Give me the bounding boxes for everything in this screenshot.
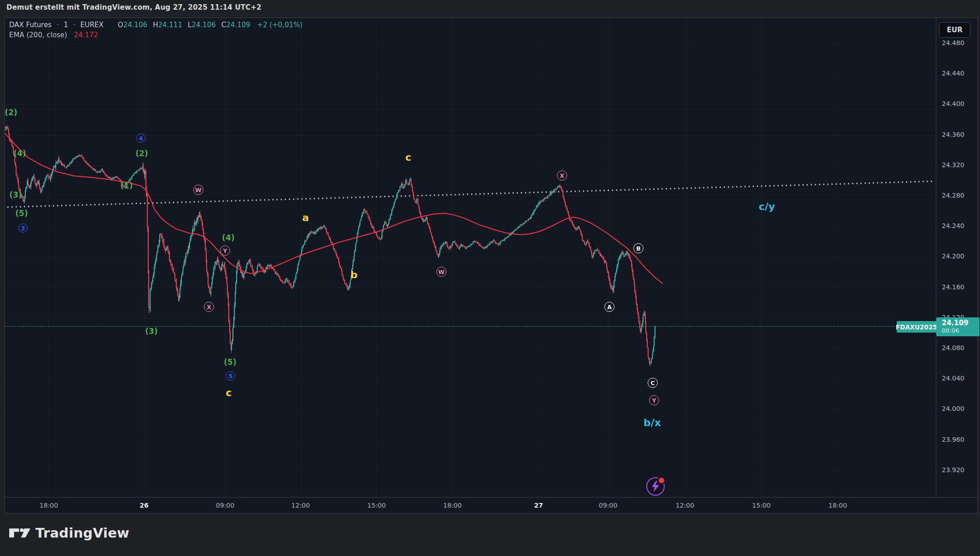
- price-axis-label: 24.440: [942, 70, 964, 77]
- legend: DAX Futures · 1 · EUREX O24.106H24.111L2…: [9, 20, 302, 40]
- page-title: Demut erstellt mit TradingView.com, Aug …: [6, 3, 261, 12]
- wave-label-a-16[interactable]: a: [302, 212, 309, 223]
- price-axis-label: 23.920: [942, 466, 964, 474]
- price-axis-label: 23.960: [942, 436, 964, 443]
- ohlc-value: 24.106: [123, 21, 148, 29]
- time-axis-label: 15:00: [752, 502, 771, 509]
- legend-change: +2 (+0,01%): [257, 21, 303, 29]
- flash-idea-icon[interactable]: [646, 477, 665, 496]
- indicator-name[interactable]: EMA (200, close): [9, 31, 67, 39]
- wave-label-2-0[interactable]: (2): [5, 108, 17, 117]
- price-axis-label: 24.480: [942, 39, 964, 47]
- price-axis-label: 24.400: [942, 100, 964, 107]
- ohlc-letter: C: [221, 21, 226, 29]
- wave-label-A-22[interactable]: A: [604, 302, 615, 312]
- wave-label-5-3[interactable]: (5): [15, 209, 28, 218]
- ohlc-value: 24.109: [226, 21, 250, 29]
- wave-label-4-5[interactable]: 4: [136, 134, 145, 143]
- price-axis-label: 24.000: [942, 405, 964, 412]
- wave-label-5-13[interactable]: (5): [224, 357, 236, 367]
- time-axis-label: 26: [139, 502, 148, 509]
- legend-ohlc-values: O24.106H24.111L24.106C24.109: [112, 21, 250, 29]
- ohlc-value: 24.111: [158, 21, 182, 29]
- legend-interval[interactable]: 1: [64, 21, 69, 29]
- price-axis-label: 24.080: [942, 344, 964, 351]
- last-price-badge: 24.109 00:06: [936, 317, 980, 336]
- time-axis-label: 18:00: [829, 502, 847, 509]
- wave-label-cy-26[interactable]: c/y: [759, 201, 775, 212]
- price-axis-label: 24.320: [942, 161, 964, 169]
- time-axis-label: 09:00: [216, 502, 234, 509]
- time-axis-label: 15:00: [367, 502, 386, 509]
- wave-label-1-7[interactable]: (1): [120, 181, 133, 190]
- price-axis-label: 24.360: [942, 131, 964, 138]
- price-axis-label: 24.280: [942, 192, 964, 199]
- legend-exchange: EUREX: [80, 21, 104, 29]
- wave-label-3-4[interactable]: 3: [18, 223, 28, 233]
- currency-badge: EUR: [939, 22, 970, 38]
- wave-label-C-23[interactable]: C: [648, 378, 658, 388]
- tradingview-logo-text: TradingView: [35, 525, 129, 541]
- wave-label-X-20[interactable]: X: [557, 170, 567, 181]
- wave-label-W-19[interactable]: W: [436, 267, 447, 277]
- wave-label-b-17[interactable]: b: [350, 269, 358, 281]
- time-axis-label: 12:00: [291, 502, 310, 509]
- time-axis-label: 09:00: [599, 502, 617, 509]
- legend-indicator-row[interactable]: EMA (200, close) 24.172: [9, 30, 302, 40]
- indicator-value: 24.172: [74, 31, 99, 39]
- wave-label-2-6[interactable]: (2): [135, 149, 148, 158]
- tradingview-snapshot: Demut erstellt mit TradingView.com, Aug …: [0, 0, 980, 556]
- tradingview-logo[interactable]: TradingView: [9, 525, 129, 541]
- wave-label-B-21[interactable]: B: [633, 243, 644, 253]
- ohlc-letter: H: [153, 21, 158, 29]
- time-axis-label: 18:00: [40, 502, 58, 509]
- wave-label-c-18[interactable]: c: [405, 152, 411, 163]
- ohlc-letter: O: [118, 21, 123, 29]
- wave-label-c-15[interactable]: c: [226, 387, 232, 398]
- wave-label-4-1[interactable]: (4): [13, 149, 26, 158]
- time-axis[interactable]: 18:002609:0012:0015:0018:002709:0012:001…: [5, 497, 977, 514]
- wave-label-Y-24[interactable]: Y: [649, 395, 659, 405]
- price-line-symbol-label: FDAXU2025: [897, 321, 936, 333]
- price-axis-label: 24.200: [942, 252, 964, 260]
- wave-label-X-11[interactable]: X: [204, 302, 214, 312]
- price-axis[interactable]: 24.48024.44024.40024.36024.32024.28024.2…: [936, 18, 978, 497]
- legend-symbol-row[interactable]: DAX Futures · 1 · EUREX O24.106H24.111L2…: [9, 20, 302, 29]
- wave-label-3-2[interactable]: (3): [9, 190, 22, 199]
- price-chart-canvas[interactable]: [5, 18, 936, 497]
- chart-widget: DAX Futures · 1 · EUREX O24.106H24.111L2…: [5, 18, 978, 514]
- bar-countdown: 00:06: [942, 327, 980, 334]
- wave-label-3-12[interactable]: (3): [145, 327, 157, 336]
- notification-dot: [657, 476, 666, 485]
- price-axis-label: 24.040: [942, 375, 964, 382]
- time-axis-label: 18:00: [443, 502, 462, 509]
- wave-label-W-8[interactable]: W: [193, 185, 203, 195]
- legend-separator: ·: [57, 21, 59, 29]
- last-price: 24.109: [942, 319, 980, 327]
- wave-label-4-9[interactable]: (4): [222, 233, 234, 242]
- wave-label-5-14[interactable]: 5: [226, 371, 235, 380]
- legend-separator: ·: [73, 21, 75, 29]
- time-axis-label: 27: [534, 502, 543, 509]
- legend-symbol[interactable]: DAX Futures: [9, 21, 52, 29]
- ohlc-value: 24.106: [191, 21, 216, 29]
- wave-label-bx-25[interactable]: b/x: [644, 417, 661, 428]
- tradingview-logo-icon: [9, 527, 30, 539]
- price-axis-label: 24.160: [942, 283, 964, 291]
- wave-label-Y-10[interactable]: Y: [220, 246, 230, 256]
- time-axis-label: 12:00: [676, 502, 694, 509]
- price-axis-label: 24.240: [942, 222, 964, 229]
